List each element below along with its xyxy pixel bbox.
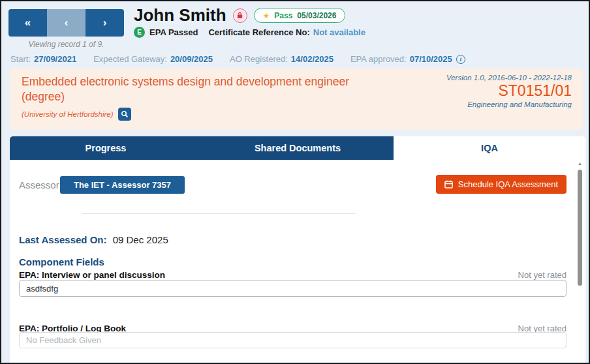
- schedule-button-label: Schedule IQA Assessment: [458, 179, 558, 189]
- epa-approved-label: EPA approved:: [350, 54, 407, 64]
- epa-status-row: E EPA Passed Certificate Reference No: N…: [134, 27, 365, 38]
- scroll-up-arrow-icon[interactable]: ▲: [577, 161, 583, 166]
- next-record-button[interactable]: ›: [85, 9, 124, 37]
- certificate-reference-label: Certificate Reference No:: [208, 27, 309, 37]
- key-dates-row: Start: 27/09/2021 Expected Gateway: 20/0…: [10, 54, 465, 64]
- ao-registered-value: 14/02/2025: [291, 54, 334, 64]
- expected-gateway-date: Expected Gateway: 20/09/2025: [93, 54, 213, 64]
- standard-version: Version 1.0, 2016-06-10 - 2022-12-18: [446, 74, 572, 82]
- provider-row: (University of Hertfordshire): [22, 108, 131, 121]
- tab-progress[interactable]: Progress: [10, 136, 202, 160]
- magnifier-glyph: [121, 110, 129, 118]
- component-fields-heading: Component Fields: [19, 256, 104, 267]
- standard-panel: Embedded electronic systems design and d…: [10, 68, 583, 130]
- start-date-label: Start:: [10, 54, 31, 64]
- pass-badge: ★ Pass 05/03/2026: [254, 8, 346, 23]
- schedule-iqa-assessment-button[interactable]: Schedule IQA Assessment: [436, 175, 567, 194]
- certificate-reference-value: Not available: [313, 27, 365, 37]
- start-date: Start: 27/09/2021: [10, 54, 76, 64]
- expected-gateway-label: Expected Gateway:: [93, 54, 167, 64]
- epa-interview-feedback-input[interactable]: [19, 280, 567, 297]
- epa-record-page: « ‹ › Viewing record 1 of 9. John Smith …: [0, 0, 590, 364]
- last-assessed-value: 09 Dec 2025: [113, 234, 168, 245]
- epa-interview-rating-status: Not yet rated: [518, 270, 567, 280]
- standard-code: ST0151/01: [446, 82, 572, 100]
- calendar-icon: [444, 180, 453, 189]
- prev-record-button[interactable]: ‹: [47, 9, 85, 37]
- scrollbar-thumb[interactable]: [578, 170, 582, 286]
- record-navigation: « ‹ ›: [8, 9, 124, 37]
- ao-registered-date: AO Registered: 14/02/2025: [230, 54, 334, 64]
- assessor-button[interactable]: The IET - Assessor 7357: [60, 176, 185, 194]
- ao-registered-label: AO Registered:: [230, 54, 288, 64]
- learner-name: John Smith: [134, 5, 226, 25]
- vertical-scrollbar[interactable]: ▲: [577, 161, 583, 362]
- epa-status-icon: E: [134, 27, 145, 38]
- expected-gateway-value: 20/09/2025: [170, 54, 213, 64]
- lock-glyph: [236, 12, 243, 19]
- pass-badge-date: 05/03/2026: [297, 11, 336, 20]
- first-record-button[interactable]: «: [8, 9, 47, 37]
- assessor-label: Assessor:: [19, 179, 62, 190]
- standard-sector: Engineering and Manufacturing: [446, 100, 572, 108]
- section-divider: [82, 213, 356, 214]
- epa-interview-field-label: EPA: Interview or panel discussion: [19, 270, 165, 280]
- viewing-record-text: Viewing record 1 of 9.: [8, 40, 124, 49]
- standard-meta: Version 1.0, 2016-06-10 - 2022-12-18 ST0…: [446, 74, 572, 108]
- content-panel: Progress Shared Documents IQA Assessor: …: [10, 136, 585, 364]
- info-icon[interactable]: i: [456, 55, 465, 64]
- tab-bar: Progress Shared Documents IQA: [10, 136, 585, 160]
- last-assessed-label: Last Assessed On:: [19, 234, 107, 245]
- tab-iqa[interactable]: IQA: [394, 136, 585, 160]
- pass-badge-label: Pass: [274, 11, 292, 20]
- epa-approved-value: 07/10/2025: [410, 54, 452, 64]
- last-assessed-row: Last Assessed On: 09 Dec 2025: [19, 234, 168, 245]
- star-icon: ★: [263, 11, 270, 20]
- epa-approved-date: EPA approved: 07/10/2025 i: [350, 54, 465, 64]
- tab-shared-documents[interactable]: Shared Documents: [202, 136, 394, 160]
- epa-portfolio-feedback-input[interactable]: [19, 332, 567, 348]
- epa-status-label: EPA Passed: [149, 27, 198, 37]
- start-date-value: 27/09/2021: [34, 54, 76, 64]
- provider-name: (University of Hertfordshire): [22, 110, 114, 118]
- search-icon[interactable]: [118, 108, 131, 121]
- lock-icon[interactable]: [233, 8, 247, 23]
- standard-title: Embedded electronic systems design and d…: [22, 74, 394, 104]
- learner-header: John Smith ★ Pass 05/03/2026: [134, 5, 345, 25]
